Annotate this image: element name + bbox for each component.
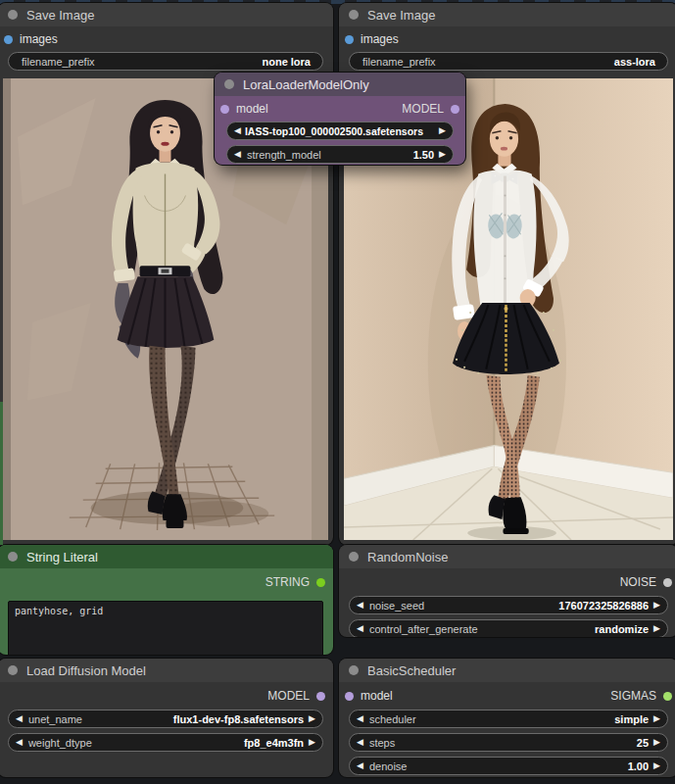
input-label: model xyxy=(236,102,268,116)
output-label: NOISE xyxy=(620,575,656,589)
node-title-bar[interactable]: Load Diffusion Model xyxy=(0,659,333,682)
decrement-arrow-icon[interactable]: ◀ xyxy=(234,126,241,135)
widget-unet-name[interactable]: ◀ unet_name flux1-dev-fp8.safetensors ▶ xyxy=(8,710,323,728)
increment-arrow-icon[interactable]: ▶ xyxy=(309,714,315,723)
node-edge-sliver xyxy=(0,402,3,545)
widget-value: none lora xyxy=(262,56,311,68)
node-title: Load Diffusion Model xyxy=(26,663,146,678)
decrement-arrow-icon[interactable]: ◀ xyxy=(16,738,23,747)
node-title-bar[interactable]: Save Image xyxy=(339,3,675,26)
node-title-bar[interactable]: RandomNoise xyxy=(339,545,675,568)
node-title: Save Image xyxy=(26,8,94,23)
node-random-noise[interactable]: RandomNoise NOISE ◀ noise_seed 176072325… xyxy=(339,545,675,637)
node-title: Save Image xyxy=(367,8,435,23)
output-label: SIGMAS xyxy=(610,689,656,703)
collapse-dot-icon[interactable] xyxy=(8,665,18,675)
widget-label: steps xyxy=(369,737,395,749)
decrement-arrow-icon[interactable]: ◀ xyxy=(357,714,363,723)
node-title-bar[interactable]: LoraLoaderModelOnly xyxy=(215,73,465,96)
node-lora-loader[interactable]: LoraLoaderModelOnly model MODEL ◀ IASS-t… xyxy=(215,73,465,165)
output-port-model[interactable] xyxy=(316,692,325,701)
widget-control-after-generate[interactable]: ◀ control_after_generate randomize ▶ xyxy=(349,619,668,637)
increment-arrow-icon[interactable]: ▶ xyxy=(653,624,660,633)
collapse-dot-icon[interactable] xyxy=(349,10,359,20)
node-title-bar[interactable]: Save Image xyxy=(0,3,333,26)
output-port-string[interactable] xyxy=(316,578,325,587)
increment-arrow-icon[interactable]: ▶ xyxy=(653,738,660,747)
widget-filename-prefix[interactable]: filename_prefix none lora xyxy=(8,52,323,71)
widget-value: randomize xyxy=(595,623,649,635)
collapse-dot-icon[interactable] xyxy=(8,10,18,20)
increment-arrow-icon[interactable]: ▶ xyxy=(439,150,446,159)
widget-value: simple xyxy=(614,713,649,725)
widget-label: denoise xyxy=(369,760,408,772)
input-label: model xyxy=(361,689,393,703)
increment-arrow-icon[interactable]: ▶ xyxy=(309,738,315,747)
output-label: MODEL xyxy=(267,689,310,703)
widget-value: 176072325826886 xyxy=(558,600,649,612)
widget-filename-prefix[interactable]: filename_prefix ass-lora xyxy=(349,52,668,71)
increment-arrow-icon[interactable]: ▶ xyxy=(653,601,660,610)
node-title-bar[interactable]: String Literal xyxy=(0,545,333,568)
widget-value: 25 xyxy=(637,737,649,749)
widget-label: noise_seed xyxy=(369,600,424,612)
node-title-bar[interactable]: BasicScheduler xyxy=(339,659,675,682)
decrement-arrow-icon[interactable]: ◀ xyxy=(357,761,363,770)
widget-label: scheduler xyxy=(369,713,416,725)
widget-value: IASS-top100_000002500.safetensors xyxy=(245,125,423,137)
decrement-arrow-icon[interactable]: ◀ xyxy=(234,150,241,159)
widget-scheduler[interactable]: ◀ scheduler simple ▶ xyxy=(349,710,668,728)
output-label: MODEL xyxy=(402,102,444,116)
widget-denoise[interactable]: ◀ denoise 1.00 ▶ xyxy=(349,757,668,775)
collapse-dot-icon[interactable] xyxy=(224,79,234,89)
node-title: BasicScheduler xyxy=(367,663,456,678)
node-title: String Literal xyxy=(26,550,98,564)
input-port-images[interactable] xyxy=(4,35,13,44)
increment-arrow-icon[interactable]: ▶ xyxy=(439,126,446,135)
node-graph-canvas[interactable]: Save Image images filename_prefix none l… xyxy=(0,0,675,784)
collapse-dot-icon[interactable] xyxy=(349,665,359,675)
widget-strength-model[interactable]: ◀ strength_model 1.50 ▶ xyxy=(226,145,454,164)
widget-label: strength_model xyxy=(247,149,321,161)
node-title: LoraLoaderModelOnly xyxy=(243,77,369,92)
increment-arrow-icon[interactable]: ▶ xyxy=(653,761,660,770)
output-label: STRING xyxy=(265,575,310,589)
input-label: images xyxy=(20,32,58,46)
widget-lora-name[interactable]: ◀ IASS-top100_000002500.safetensors ▶ xyxy=(226,122,454,140)
widget-label: filename_prefix xyxy=(22,56,95,68)
output-port-model[interactable] xyxy=(451,105,459,114)
increment-arrow-icon[interactable]: ▶ xyxy=(653,714,660,723)
widget-weight-dtype[interactable]: ◀ weight_dtype fp8_e4m3fn ▶ xyxy=(8,733,323,752)
decrement-arrow-icon[interactable]: ◀ xyxy=(357,738,363,747)
node-load-diffusion-model[interactable]: Load Diffusion Model MODEL ◀ unet_name f… xyxy=(0,659,333,777)
input-port-images[interactable] xyxy=(345,35,354,44)
output-port-sigmas[interactable] xyxy=(663,692,672,701)
widget-noise-seed[interactable]: ◀ noise_seed 176072325826886 ▶ xyxy=(349,596,668,614)
input-label: images xyxy=(361,32,399,46)
input-port-model[interactable] xyxy=(220,105,229,114)
node-string-literal[interactable]: String Literal STRING pantyhose, grid xyxy=(0,545,333,655)
node-basic-scheduler[interactable]: BasicScheduler model SIGMAS ◀ scheduler … xyxy=(339,659,675,777)
decrement-arrow-icon[interactable]: ◀ xyxy=(16,714,23,723)
decrement-arrow-icon[interactable]: ◀ xyxy=(357,624,363,633)
widget-label: weight_dtype xyxy=(28,737,92,749)
widget-label: control_after_generate xyxy=(369,623,478,635)
decrement-arrow-icon[interactable]: ◀ xyxy=(357,601,363,610)
output-port-noise[interactable] xyxy=(663,578,672,587)
widget-value: ass-lora xyxy=(614,56,655,68)
widget-value: 1.00 xyxy=(628,760,649,772)
string-text-input[interactable]: pantyhose, grid xyxy=(8,601,323,655)
collapse-dot-icon[interactable] xyxy=(8,552,18,562)
node-title: RandomNoise xyxy=(367,550,448,564)
widget-label: unet_name xyxy=(28,713,82,725)
widget-label: filename_prefix xyxy=(362,56,436,68)
widget-value: flux1-dev-fp8.safetensors xyxy=(173,713,304,725)
input-port-model[interactable] xyxy=(345,692,354,701)
collapse-dot-icon[interactable] xyxy=(349,552,359,562)
widget-value: fp8_e4m3fn xyxy=(244,737,304,749)
widget-value: 1.50 xyxy=(413,149,434,161)
widget-steps[interactable]: ◀ steps 25 ▶ xyxy=(349,733,668,752)
